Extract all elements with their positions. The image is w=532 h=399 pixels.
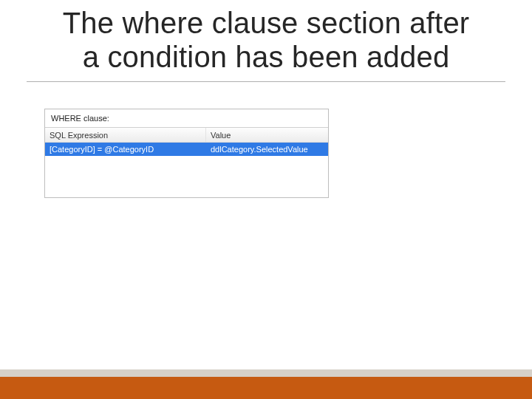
cell-sql-expression: [CategoryID] = @CategoryID [45,143,206,156]
title-underline [27,81,505,82]
footer-accent-main [0,377,532,399]
title-line-1: The where clause section after [63,7,470,39]
slide-footer [0,369,532,399]
cell-value: ddlCategory.SelectedValue [206,145,328,154]
where-clause-grid[interactable]: SQL Expression Value [CategoryID] = @Cat… [45,127,328,197]
grid-body: [CategoryID] = @CategoryID ddlCategory.S… [45,143,328,197]
table-row[interactable]: [CategoryID] = @CategoryID ddlCategory.S… [45,143,328,156]
slide: The where clause section after a conditi… [0,0,532,399]
column-header-value[interactable]: Value [206,131,328,140]
where-clause-panel: WHERE clause: SQL Expression Value [Cate… [44,109,329,198]
title-line-2: a condition has been added [83,41,450,73]
slide-title: The where clause section after a conditi… [0,0,532,77]
column-header-sql-expression[interactable]: SQL Expression [45,128,206,142]
footer-accent-top [0,369,532,377]
grid-header: SQL Expression Value [45,128,328,143]
where-clause-label: WHERE clause: [45,109,328,127]
where-clause-panel-wrap: WHERE clause: SQL Expression Value [Cate… [44,109,329,198]
